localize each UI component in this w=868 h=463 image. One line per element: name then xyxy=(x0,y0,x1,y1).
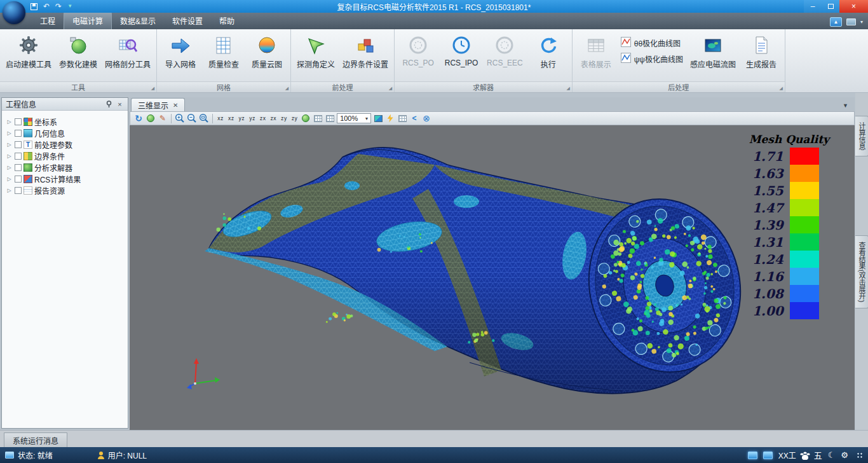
close-button[interactable]: × xyxy=(839,0,868,13)
tab-software-settings[interactable]: 软件设置 xyxy=(164,13,211,29)
view-yz-icon[interactable]: yz xyxy=(237,115,246,122)
palette-icon[interactable] xyxy=(373,113,383,124)
view-zy-icon[interactable]: zy xyxy=(280,115,288,122)
close-tab-icon[interactable]: ✕ xyxy=(173,102,178,109)
lightning-icon[interactable] xyxy=(385,113,395,124)
collapse-ribbon-icon[interactable]: ▲ xyxy=(830,17,842,27)
checkbox[interactable] xyxy=(15,187,22,194)
layers-icon[interactable] xyxy=(397,113,407,124)
checkbox[interactable] xyxy=(15,118,22,125)
grid-icon[interactable] xyxy=(313,113,323,124)
rcs-ipo-button[interactable]: RCS_IPO xyxy=(440,31,482,81)
checkbox[interactable] xyxy=(15,141,22,148)
expand-arrow-icon[interactable]: ▷ xyxy=(6,165,13,170)
checkbox[interactable] xyxy=(15,153,22,160)
view-zx-back-icon[interactable]: zx xyxy=(269,115,278,122)
tab-data-display[interactable]: 数据&显示 xyxy=(112,13,164,29)
dialog-launcher-icon[interactable]: ◢ xyxy=(566,86,569,91)
generate-report-button[interactable]: 生成报告 xyxy=(740,31,782,81)
tab-3d-display[interactable]: 三维显示 ✕ xyxy=(131,98,185,111)
customize-toolbar-icon[interactable]: ▼ xyxy=(67,4,72,9)
dialog-launcher-icon[interactable]: ◢ xyxy=(780,86,783,91)
parametric-modeling-button[interactable]: 参数化建模 xyxy=(56,31,100,81)
view-yz-back-icon[interactable]: yz xyxy=(248,115,257,122)
tree-item-boundary-conditions[interactable]: ▷ 边界条件 xyxy=(3,150,126,162)
gear-icon[interactable]: ⚙ xyxy=(841,450,848,460)
tab-project[interactable]: 工程 xyxy=(32,13,64,29)
tab-computation-info[interactable]: 计算信息 xyxy=(855,116,868,156)
redo-icon[interactable]: ↷ xyxy=(55,3,62,10)
checkbox[interactable] xyxy=(15,130,22,137)
mesh-partition-button[interactable]: 网格剖分工具 xyxy=(102,31,154,81)
tree-item-coordinate-system[interactable]: ▷ 坐标系 xyxy=(3,116,126,127)
rotate-view-icon[interactable]: ↻ xyxy=(133,113,144,124)
checkbox[interactable] xyxy=(15,164,22,171)
tab-list-dropdown-icon[interactable]: ▼ xyxy=(843,102,848,109)
tab-help[interactable]: 帮助 xyxy=(211,13,243,29)
expand-arrow-icon[interactable]: ▷ xyxy=(6,119,13,125)
import-mesh-button[interactable]: 导入网格 xyxy=(159,31,201,81)
quality-cloud-button[interactable]: 质量云图 xyxy=(246,31,288,81)
quality-check-button[interactable]: 质量检查 xyxy=(203,31,245,81)
close-panel-icon[interactable]: × xyxy=(114,99,125,109)
display-2-icon[interactable] xyxy=(763,452,773,459)
ime-wubi-label[interactable]: 五 xyxy=(814,449,822,461)
launch-modeling-button[interactable]: 启动建模工具 xyxy=(3,31,55,81)
tab-system-messages[interactable]: 系统运行消息 xyxy=(4,432,67,448)
zoom-level-select[interactable]: 100% ▾ xyxy=(337,113,371,123)
wireframe-icon[interactable] xyxy=(325,113,335,124)
table-display-button[interactable]: 表格展示 xyxy=(575,31,617,81)
induced-current-button[interactable]: 感应电磁流图 xyxy=(687,31,739,81)
expand-arrow-icon[interactable]: ▷ xyxy=(6,188,13,193)
edit-view-icon[interactable]: ✎ xyxy=(158,113,168,124)
view-xz-icon[interactable]: xz xyxy=(216,115,225,122)
view-zx-icon[interactable]: zx xyxy=(259,115,268,122)
execute-button[interactable]: 执行 xyxy=(527,31,569,81)
tab-view-results[interactable]: 查看结果(双击展开) xyxy=(855,235,868,308)
expand-arrow-icon[interactable]: ▷ xyxy=(6,176,13,182)
zoom-in-icon[interactable] xyxy=(175,113,185,124)
dialog-launcher-icon[interactable]: ◢ xyxy=(389,86,392,91)
expand-arrow-icon[interactable]: ▷ xyxy=(6,153,13,159)
rcs-po-button[interactable]: RCS_PO xyxy=(397,31,439,81)
theta-curve-button[interactable]: θθ极化曲线图 xyxy=(621,37,683,49)
view-xz-back-icon[interactable]: xz xyxy=(227,115,236,122)
tree-item-preprocess-params[interactable]: ▷ 前处理参数 xyxy=(3,139,126,150)
boundary-settings-button[interactable]: 边界条件设置 xyxy=(339,31,391,81)
pin-icon[interactable] xyxy=(104,99,114,109)
maximize-button[interactable] xyxy=(822,0,839,13)
view-zy-back-icon[interactable]: zy xyxy=(290,115,299,122)
moon-icon[interactable]: ☾ xyxy=(828,450,836,460)
button-label: 质量检查 xyxy=(208,59,239,69)
zoom-window-icon[interactable] xyxy=(199,113,209,124)
rcs-eec-button[interactable]: RCS_EEC xyxy=(484,31,526,81)
psi-curve-button[interactable]: ψψ极化曲线图 xyxy=(621,53,683,65)
tab-em-computation[interactable]: 电磁计算 xyxy=(64,12,112,29)
ime-paw-icon[interactable] xyxy=(802,455,808,460)
shaded-view-icon[interactable] xyxy=(146,113,156,124)
render-mode-icon[interactable] xyxy=(301,113,311,124)
chevron-down-icon[interactable]: ▾ xyxy=(860,19,863,25)
probe-angle-button[interactable]: 探测角定义 xyxy=(294,31,338,81)
solver-ipo-icon xyxy=(452,34,471,57)
share-icon[interactable]: < xyxy=(409,113,419,124)
dialog-launcher-icon[interactable]: ◢ xyxy=(285,86,288,91)
expand-arrow-icon[interactable]: ▷ xyxy=(6,142,13,148)
checkbox[interactable] xyxy=(15,176,22,183)
tree-item-rcs-results[interactable]: ▷ RCS计算结果 xyxy=(3,173,126,184)
zoom-out-icon[interactable] xyxy=(187,113,197,124)
undo-icon[interactable]: ↶ xyxy=(43,3,50,10)
viewport-3d[interactable]: Mesh Quality 1.71 1.63 1.55 1.47 1.39 1.… xyxy=(130,125,855,430)
clear-view-icon[interactable]: ⊗ xyxy=(421,113,431,124)
minimize-button[interactable]: – xyxy=(804,0,822,13)
tree-item-report-resources[interactable]: ▷ 报告资源 xyxy=(3,184,126,196)
ime-text[interactable]: XX工 xyxy=(778,450,796,460)
tree-item-geometry-info[interactable]: ▷ 几何信息 xyxy=(3,127,126,139)
display-1-icon[interactable] xyxy=(748,452,757,459)
expand-arrow-icon[interactable]: ▷ xyxy=(6,130,13,136)
tree-item-analysis-solver[interactable]: ▷ 分析求解器 xyxy=(3,162,126,173)
dialog-launcher-icon[interactable]: ◢ xyxy=(151,86,154,91)
display-mode-icon[interactable] xyxy=(846,18,856,25)
save-icon[interactable] xyxy=(31,3,37,10)
mesh-model-render xyxy=(130,125,853,430)
